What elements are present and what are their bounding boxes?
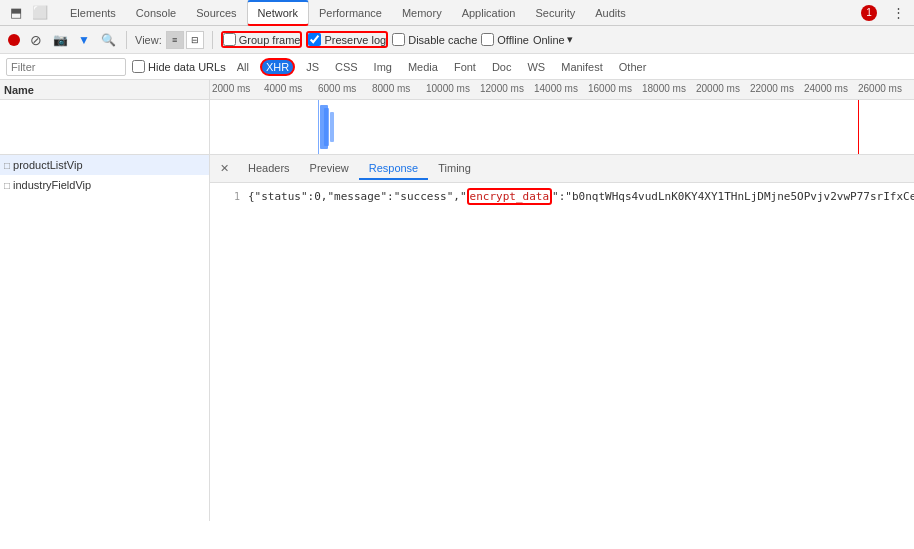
tab-security[interactable]: Security xyxy=(525,0,585,26)
filter-xhr[interactable]: XHR xyxy=(260,58,295,76)
timeline-bar-3 xyxy=(330,112,334,142)
mark-12: 26000 ms xyxy=(858,83,902,94)
response-after: ":"b0nqtWHqs4vudLnK0KY4XY1THnLjDMjne5OPv… xyxy=(552,190,914,203)
timeline-header: Name 2000 ms 4000 ms 6000 ms 8000 ms 100… xyxy=(0,80,914,100)
request-item-1[interactable]: □ industryFieldVip xyxy=(0,175,209,195)
tab-performance[interactable]: Performance xyxy=(309,0,392,26)
disable-cache-checkbox[interactable] xyxy=(392,33,405,46)
tab-audits[interactable]: Audits xyxy=(585,0,636,26)
response-content: 1 {"status":0,"message":"success","encry… xyxy=(210,183,914,521)
tab-memory[interactable]: Memory xyxy=(392,0,452,26)
mark-7: 16000 ms xyxy=(588,83,632,94)
filter-manifest[interactable]: Manifest xyxy=(556,60,608,74)
filter-css[interactable]: CSS xyxy=(330,60,363,74)
main-area: □ productListVip □ industryFieldVip ✕ He… xyxy=(0,155,914,521)
tab-application[interactable]: Application xyxy=(452,0,526,26)
record-button[interactable] xyxy=(8,34,20,46)
mark-6: 14000 ms xyxy=(534,83,578,94)
detail-tab-preview[interactable]: Preview xyxy=(300,158,359,180)
mark-4: 10000 ms xyxy=(426,83,470,94)
dropdown-arrow: ▾ xyxy=(567,33,573,46)
filter-all[interactable]: All xyxy=(232,60,254,74)
filter-other[interactable]: Other xyxy=(614,60,652,74)
tab-elements[interactable]: Elements xyxy=(60,0,126,26)
group-by-frame-checkbox[interactable] xyxy=(223,33,236,46)
preserve-log-label[interactable]: Preserve log xyxy=(306,31,388,48)
close-detail-button[interactable]: ✕ xyxy=(216,161,232,177)
camera-button[interactable]: 📷 xyxy=(50,30,70,50)
disable-cache-label[interactable]: Disable cache xyxy=(392,33,477,46)
filter-doc[interactable]: Doc xyxy=(487,60,517,74)
request-name-1: industryFieldVip xyxy=(13,179,91,191)
separator-2 xyxy=(212,31,213,49)
mark-10: 22000 ms xyxy=(750,83,794,94)
mark-1: 4000 ms xyxy=(264,83,302,94)
mark-11: 24000 ms xyxy=(804,83,848,94)
response-line-1: 1 {"status":0,"message":"success","encry… xyxy=(210,187,914,207)
filter-font[interactable]: Font xyxy=(449,60,481,74)
hide-data-urls-text: Hide data URLs xyxy=(148,61,226,73)
toolbar: ⊘ 📷 ▼ 🔍 View: ≡ ⊟ Group frame Preserve l… xyxy=(0,26,914,54)
filter-input[interactable] xyxy=(6,58,126,76)
mark-9: 20000 ms xyxy=(696,83,740,94)
filter-row: Hide data URLs All XHR JS CSS Img Media … xyxy=(0,54,914,80)
name-col-header: Name xyxy=(0,80,210,99)
timeline-marks: 2000 ms 4000 ms 6000 ms 8000 ms 10000 ms… xyxy=(210,80,914,99)
filter-js[interactable]: JS xyxy=(301,60,324,74)
more-options-icon[interactable]: ⋮ xyxy=(886,1,910,25)
request-item-0[interactable]: □ productListVip xyxy=(0,155,209,175)
online-dropdown[interactable]: Online ▾ xyxy=(533,33,573,46)
request-list: □ productListVip □ industryFieldVip xyxy=(0,155,210,521)
top-tab-bar: ⬒ ⬜ Elements Console Sources Network Per… xyxy=(0,0,914,26)
timeline-vline-red xyxy=(858,100,859,154)
online-text: Online xyxy=(533,34,565,46)
mark-0: 2000 ms xyxy=(212,83,250,94)
timeline-bar-area xyxy=(0,100,914,155)
offline-label[interactable]: Offline xyxy=(481,33,529,46)
group-by-frame-text: Group frame xyxy=(239,34,301,46)
view-icons: ≡ ⊟ xyxy=(166,31,204,49)
timeline-name-spacer xyxy=(0,100,210,154)
mark-3: 8000 ms xyxy=(372,83,410,94)
disable-cache-text: Disable cache xyxy=(408,34,477,46)
filter-media[interactable]: Media xyxy=(403,60,443,74)
detail-tab-headers[interactable]: Headers xyxy=(238,158,300,180)
detail-tab-response[interactable]: Response xyxy=(359,158,429,180)
timeline-bars xyxy=(210,100,914,154)
mark-2: 6000 ms xyxy=(318,83,356,94)
tab-console[interactable]: Console xyxy=(126,0,186,26)
request-name-0: productListVip xyxy=(13,159,83,171)
hide-data-urls-label[interactable]: Hide data URLs xyxy=(132,60,226,73)
response-json-text: {"status":0,"message":"success","encrypt… xyxy=(248,188,914,206)
filter-icon[interactable]: ▼ xyxy=(74,30,94,50)
group-by-frame-label[interactable]: Group frame xyxy=(221,31,303,48)
view-label: View: xyxy=(135,34,162,46)
dock-icon[interactable]: ⬒ xyxy=(4,1,28,25)
search-button[interactable]: 🔍 xyxy=(98,30,118,50)
preserve-log-checkbox[interactable] xyxy=(308,33,321,46)
response-key-highlight: encrypt_data xyxy=(467,188,552,205)
filter-ws[interactable]: WS xyxy=(522,60,550,74)
mark-8: 18000 ms xyxy=(642,83,686,94)
response-before: {"status":0,"message":"success"," xyxy=(248,190,467,203)
separator-1 xyxy=(126,31,127,49)
mark-5: 12000 ms xyxy=(480,83,524,94)
timeline-vline-1 xyxy=(318,100,319,154)
clear-button[interactable]: ⊘ xyxy=(26,30,46,50)
detail-tab-timing[interactable]: Timing xyxy=(428,158,481,180)
offline-text: Offline xyxy=(497,34,529,46)
hide-data-urls-checkbox[interactable] xyxy=(132,60,145,73)
undock-icon[interactable]: ⬜ xyxy=(28,1,52,25)
screenshot-view-icon[interactable]: ⊟ xyxy=(186,31,204,49)
error-badge: 1 xyxy=(861,5,880,21)
timeline-bar-2 xyxy=(324,108,329,146)
devtools-icons: ⬒ ⬜ xyxy=(4,1,52,25)
tab-network[interactable]: Network xyxy=(247,0,309,26)
offline-checkbox[interactable] xyxy=(481,33,494,46)
filter-img[interactable]: Img xyxy=(369,60,397,74)
list-view-icon[interactable]: ≡ xyxy=(166,31,184,49)
error-circle: 1 xyxy=(861,5,877,21)
preserve-log-text: Preserve log xyxy=(324,34,386,46)
line-number: 1 xyxy=(216,188,240,206)
tab-sources[interactable]: Sources xyxy=(186,0,246,26)
